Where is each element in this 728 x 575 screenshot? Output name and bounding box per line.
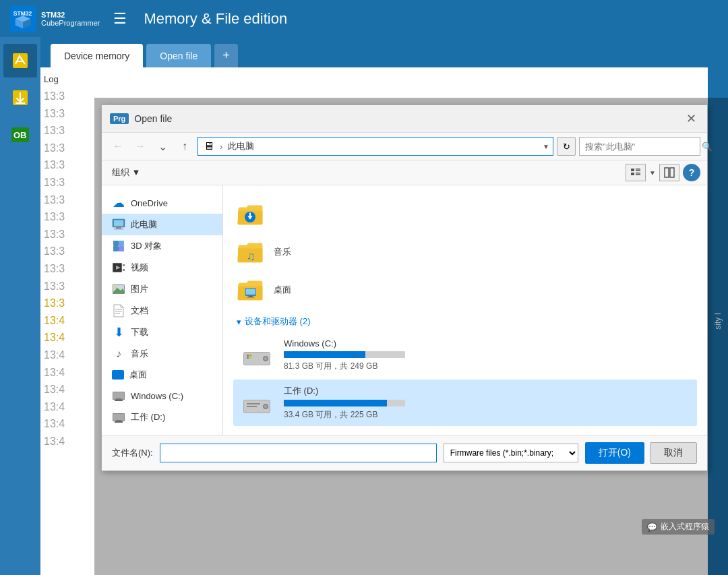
nav-item-this-pc-label: 此电脑 — [131, 218, 157, 231]
nav-item-onedrive[interactable]: ☁ OneDrive — [102, 192, 222, 214]
back-button[interactable]: ← — [109, 137, 127, 156]
svg-rect-13 — [636, 170, 640, 171]
nav-item-3d-objects-label: 3D 对象 — [131, 240, 162, 252]
drive-c-icon — [240, 342, 274, 369]
file-item-desktop[interactable]: 桌面 — [230, 271, 700, 309]
drives-section-header[interactable]: ▾ 设备和驱动器 (2) — [230, 309, 700, 331]
ob-icon: OB — [10, 125, 30, 145]
onedrive-icon: ☁ — [112, 196, 125, 210]
picture-nav-icon — [112, 284, 125, 295]
svg-text:OB: OB — [13, 130, 27, 140]
filetype-select[interactable]: Firmware files (*.bin;*.binary; — [444, 444, 578, 462]
desktop-icon — [112, 370, 124, 380]
drives-section-label: 设备和驱动器 (2) — [245, 315, 311, 328]
view-columns-button[interactable] — [659, 164, 679, 181]
dialog-title-text: Open file — [134, 113, 677, 124]
nav-item-3d-objects[interactable]: 3D 对象 — [102, 235, 222, 257]
3d-objects-icon — [112, 239, 125, 253]
pictures-icon — [112, 282, 125, 296]
right-file-panel: ♫ 音乐 — [223, 185, 707, 435]
svg-rect-12 — [636, 169, 640, 170]
nav-item-documents[interactable]: 文档 — [102, 300, 222, 322]
svg-rect-11 — [631, 169, 634, 171]
svg-rect-52 — [249, 296, 253, 297]
view-details-button[interactable] — [626, 164, 646, 181]
hard-drive-c-svg — [240, 342, 274, 369]
drive-item-work-d[interactable]: 工作 (D:) 33.4 GB 可用，共 225 GB — [233, 380, 697, 426]
download-icon — [10, 88, 30, 108]
organize-button[interactable]: 组织 ▼ — [109, 164, 144, 181]
nav-item-onedrive-label: OneDrive — [131, 198, 168, 208]
computer-icon: 🖥 — [198, 140, 220, 152]
folder-download-svg — [237, 200, 264, 229]
dialog-body: ☁ OneDrive — [102, 185, 707, 435]
drive-item-windows-c[interactable]: Windows (C:) 81.3 GB 可用，共 249 GB — [233, 333, 697, 377]
file-item-desktop-name: 桌面 — [274, 284, 291, 296]
hamburger-icon[interactable]: ☰ — [113, 10, 127, 28]
sidebar-icon-download[interactable] — [3, 81, 37, 115]
cancel-button[interactable]: 取消 — [650, 442, 697, 464]
tab-device-memory[interactable]: Device memory — [51, 44, 143, 67]
nav-item-work-d[interactable]: 工作 (D:) — [102, 406, 222, 428]
watermark-icon: 💬 — [647, 522, 657, 532]
svg-rect-22 — [114, 229, 123, 230]
search-input[interactable] — [585, 142, 698, 152]
log-header: Log — [44, 71, 704, 88]
organize-bar: 组织 ▼ — [102, 160, 707, 185]
folder-download-icon — [237, 201, 264, 228]
file-item-music[interactable]: ♫ 音乐 — [230, 233, 700, 271]
drive-c-name: Windows (C:) — [284, 338, 405, 349]
nav-item-downloads[interactable]: ⬇ 下载 — [102, 322, 222, 343]
forward-button[interactable]: → — [131, 137, 150, 156]
view-options: ▼ ? — [626, 164, 700, 181]
nav-item-this-pc[interactable]: 此电脑 — [102, 214, 222, 235]
computer-nav-icon — [112, 218, 125, 231]
dropdown-button[interactable]: ⌄ — [153, 137, 172, 156]
up-button[interactable]: ↑ — [175, 137, 194, 156]
main-layout: OB Device memory Open file + Log 13:3 13… — [0, 37, 728, 575]
file-item-downloads[interactable] — [230, 195, 700, 233]
top-bar: STM32 STM32 CubeProgrammer ☰ Memory & Fi… — [0, 0, 728, 37]
dialog-action-buttons: 打开(O) 取消 — [585, 442, 697, 464]
folder-music-icon: ♫ — [237, 239, 264, 266]
this-pc-icon — [112, 218, 125, 231]
svg-rect-31 — [123, 269, 125, 271]
drive-c-size: 81.3 GB 可用，共 249 GB — [284, 361, 405, 372]
filename-input[interactable] — [160, 444, 437, 462]
drive-d-nav-icon — [112, 411, 125, 423]
drive-d-name: 工作 (D:) — [284, 385, 405, 397]
svg-point-66 — [264, 405, 267, 408]
nav-item-desktop-label: 桌面 — [129, 369, 147, 381]
address-bar[interactable]: 🖥 › 此电脑 ▼ — [198, 137, 553, 156]
page-title: Memory & File edition — [144, 10, 287, 28]
logo-area: STM32 STM32 CubeProgrammer — [10, 6, 100, 32]
columns-view-icon — [664, 167, 675, 178]
svg-rect-26 — [119, 246, 124, 251]
svg-rect-15 — [636, 173, 640, 174]
nav-item-videos[interactable]: 视频 — [102, 257, 222, 278]
svg-rect-46 — [115, 421, 123, 423]
tab-add-button[interactable]: + — [214, 44, 238, 67]
sidebar-icon-edit[interactable] — [3, 44, 37, 78]
open-file-dialog: Prg Open file ✕ ← → ⌄ ↑ 🖥 › — [101, 104, 708, 471]
drive-d-bar — [284, 400, 405, 406]
tab-open-file[interactable]: Open file — [146, 44, 211, 67]
view-dropdown[interactable]: ▼ — [649, 169, 656, 177]
help-button[interactable]: ? — [683, 164, 700, 181]
nav-item-documents-label: 文档 — [131, 305, 148, 317]
refresh-button[interactable]: ↻ — [557, 137, 576, 156]
address-text: 此电脑 — [222, 140, 260, 152]
nav-item-windows-c[interactable]: Windows (C:) — [102, 385, 222, 406]
drive-d-fill — [284, 400, 387, 406]
nav-item-music[interactable]: ♪ 音乐 — [102, 343, 222, 365]
sidebar-icon-ob[interactable]: OB — [3, 118, 37, 152]
search-box[interactable]: 🔍 — [579, 137, 700, 156]
dialog-close-button[interactable]: ✕ — [683, 111, 699, 127]
nav-item-desktop[interactable]: 桌面 — [102, 365, 222, 385]
search-icon: 🔍 — [702, 142, 712, 152]
address-dropdown-arrow[interactable]: ▼ — [539, 143, 553, 150]
nav-item-pictures[interactable]: 图片 — [102, 278, 222, 300]
open-button[interactable]: 打开(O) — [585, 442, 644, 464]
folder-music-svg: ♫ — [237, 238, 264, 266]
svg-rect-44 — [113, 414, 124, 421]
